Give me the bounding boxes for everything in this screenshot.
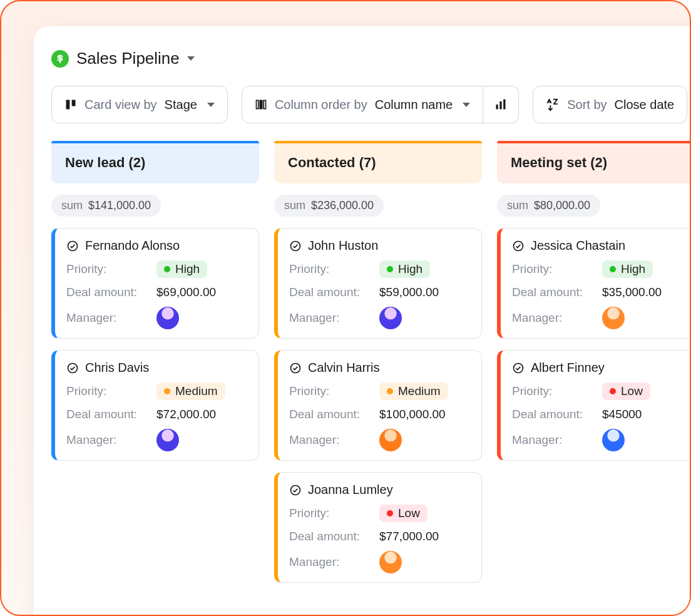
chart-button[interactable] [483,86,519,123]
manager-label: Manager: [66,433,145,447]
amount-row: Deal amount:$100,000.00 [289,408,470,421]
manager-row: Manager: [289,307,470,329]
manager-avatar[interactable] [602,307,625,329]
manager-label: Manager: [512,311,591,325]
amount-row: Deal amount:$35,000.00 [512,285,691,299]
priority-row: Priority:High [289,260,470,278]
check-circle-icon [289,240,302,252]
manager-row: Manager: [289,429,470,451]
columns-icon [255,98,267,111]
svg-point-10 [291,241,300,250]
svg-rect-7 [503,100,505,110]
manager-avatar[interactable] [602,429,625,451]
priority-dot-icon [387,266,393,272]
deal-card[interactable]: Joanna LumleyPriority:LowDeal amount:$77… [274,472,482,583]
check-circle-icon [512,240,525,252]
column-sum: sum $236,000.00 [274,195,384,217]
manager-avatar[interactable] [379,307,402,329]
priority-dot-icon [387,510,393,516]
column-header[interactable]: Meeting set (2) [497,141,691,183]
svg-point-9 [68,363,78,372]
dollar-icon [51,50,69,68]
cardview-dropdown[interactable]: Card view by Stage [51,86,228,123]
column-sum-wrap: sum $141,000.00 [51,195,259,217]
priority-label: Priority: [289,262,368,276]
column-sum-wrap: sum $236,000.00 [274,195,482,217]
deal-card[interactable]: John HustonPriority:HighDeal amount:$59,… [274,228,482,339]
card-name: Jessica Chastain [531,239,625,253]
deal-card[interactable]: Fernando AlonsoPriority:HighDeal amount:… [51,228,259,339]
sum-value: $236,000.00 [311,199,374,212]
manager-label: Manager: [66,311,145,325]
priority-chip: High [379,260,430,278]
priority-label: Priority: [512,384,591,398]
priority-label: Priority: [289,384,368,398]
colorder-value: Column name [375,98,453,112]
card-name: Calvin Harris [308,361,379,375]
column-header[interactable]: New lead (2) [51,141,259,183]
toolbar: Card view by Stage Column order by Colum… [51,86,691,123]
check-circle-icon [66,362,79,374]
sort-dropdown[interactable]: Sort by Close date [533,86,687,123]
deal-card[interactable]: Chris DavisPriority:MediumDeal amount:$7… [51,350,259,461]
sum-value: $141,000.00 [88,199,151,212]
card-title-row: Calvin Harris [289,361,470,375]
manager-row: Manager: [289,551,470,573]
amount-value: $72,000.00 [156,408,216,421]
manager-row: Manager: [66,307,247,329]
amount-label: Deal amount: [289,530,368,543]
amount-label: Deal amount: [289,285,368,299]
svg-rect-3 [260,100,262,108]
priority-chip: Low [379,505,427,522]
amount-value: $59,000.00 [379,285,439,299]
manager-avatar[interactable] [379,429,402,451]
column-new_lead: New lead (2)sum $141,000.00Fernando Alon… [51,141,259,583]
manager-avatar[interactable] [156,307,179,329]
amount-row: Deal amount:$72,000.00 [66,408,247,421]
priority-dot-icon [610,266,616,272]
card-name: Fernando Alonso [85,239,180,253]
card-title-row: Jessica Chastain [512,239,691,253]
priority-dot-icon [164,388,170,394]
kanban-board: New lead (2)sum $141,000.00Fernando Alon… [51,141,691,583]
column-header[interactable]: Contacted (7) [274,141,482,183]
deal-card[interactable]: Calvin HarrisPriority:MediumDeal amount:… [274,350,482,461]
amount-value: $35,000.00 [602,285,662,299]
priority-value: High [175,262,200,276]
priority-chip: Low [602,382,650,400]
column-sum-wrap: sum $80,000.00 [497,195,691,217]
pipeline-title[interactable]: Sales Pipeline [51,49,691,68]
priority-value: Medium [175,384,218,398]
caret-down-icon [463,103,470,107]
colorder-dropdown[interactable]: Column order by Column name [242,86,483,123]
caret-down-icon [187,56,195,61]
manager-avatar[interactable] [379,551,402,573]
priority-row: Priority:Low [289,505,470,522]
sort-az-icon [546,98,560,111]
priority-dot-icon [387,388,393,394]
amount-label: Deal amount: [289,408,368,421]
priority-value: Medium [398,384,441,398]
manager-row: Manager: [512,307,691,329]
card-name: Chris Davis [85,361,149,375]
deal-card[interactable]: Albert FinneyPriority:LowDeal amount:$45… [497,350,691,461]
manager-row: Manager: [512,429,691,451]
bar-chart-icon [494,98,507,111]
priority-label: Priority: [289,506,368,520]
amount-value: $77,000.00 [379,530,439,543]
manager-avatar[interactable] [156,429,179,451]
amount-label: Deal amount: [512,408,591,421]
card-title-row: Chris Davis [66,361,247,375]
column-sum: sum $141,000.00 [51,195,161,217]
priority-chip: High [602,260,653,278]
sum-label: sum [284,199,305,212]
deal-card[interactable]: Jessica ChastainPriority:HighDeal amount… [497,228,691,339]
amount-row: Deal amount:$77,000.00 [289,530,470,543]
priority-chip: Medium [156,382,225,400]
priority-value: High [398,262,422,276]
card-title-row: Albert Finney [512,361,691,375]
priority-label: Priority: [66,262,145,276]
priority-dot-icon [164,266,170,272]
sort-value: Close date [615,98,675,112]
amount-row: Deal amount:$69,000.00 [66,285,247,299]
